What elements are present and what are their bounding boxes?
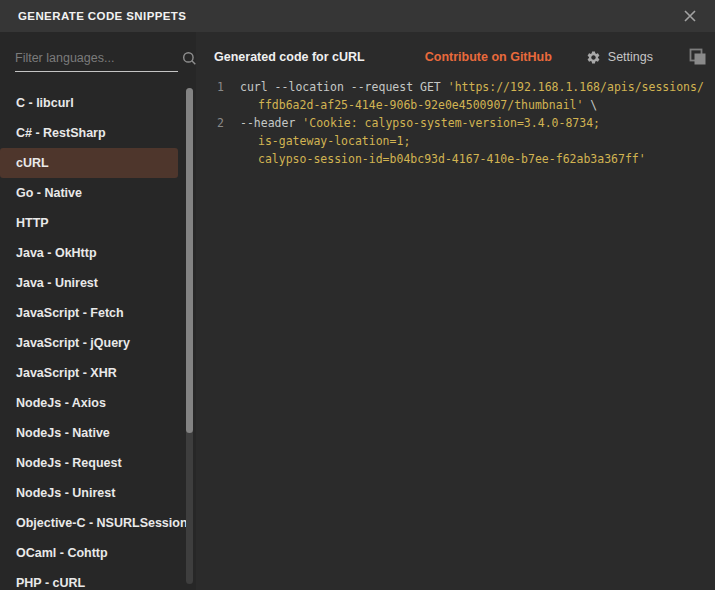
code-text: is-gateway-location=1; [240,132,410,150]
code-text: --header 'Cookie: calypso-system-version… [240,114,600,132]
sidebar-item-javascript-jquery[interactable]: JavaScript - jQuery [0,328,178,358]
sidebar-item-http[interactable]: HTTP [0,208,178,238]
sidebar-item-c-libcurl[interactable]: C - libcurl [0,88,178,118]
code-panel-header: Generated code for cURL Contribute on Gi… [196,32,715,76]
line-number: 2 [196,114,224,132]
code-text: curl --location --request GET 'https://1… [240,78,704,96]
sidebar-item-nodejs-native[interactable]: NodeJs - Native [0,418,178,448]
sidebar-item-nodejs-unirest[interactable]: NodeJs - Unirest [0,478,178,508]
close-icon [683,9,697,23]
line-number: 1 [196,78,224,96]
sidebar-item-go-native[interactable]: Go - Native [0,178,178,208]
code-text: calypso-session-id=b04bc93d-4167-410e-b7… [240,150,646,168]
sidebar-item-objective-c-nsurlsession[interactable]: Objective-C - NSURLSession [0,508,178,538]
sidebar-item-php-curl[interactable]: PHP - cURL [0,568,178,590]
copy-code-button[interactable] [689,48,707,66]
code-row: 2--header 'Cookie: calypso-system-versio… [196,114,715,132]
code-text: ffdb6a2d-af25-414e-906b-92e0e4500907/thu… [240,96,597,114]
sidebar-item-c-restsharp[interactable]: C# - RestSharp [0,118,178,148]
sidebar-item-javascript-fetch[interactable]: JavaScript - Fetch [0,298,178,328]
sidebar-item-curl[interactable]: cURL [0,148,178,178]
settings-label: Settings [608,50,653,64]
code-panel: Generated code for cURL Contribute on Gi… [196,32,715,590]
code-row: calypso-session-id=b04bc93d-4167-410e-b7… [196,150,715,168]
filter-field [15,45,178,72]
code-block: 1curl --location --request GET 'https://… [196,76,715,168]
line-number [196,150,224,168]
sidebar-scrollbar-thumb[interactable] [186,88,193,433]
settings-button[interactable]: Settings [586,50,653,65]
generate-code-snippets-dialog: GENERATE CODE SNIPPETS C - libcur [0,0,715,590]
sidebar-scrollbar-track[interactable] [186,88,193,584]
sidebar-item-ocaml-cohttp[interactable]: OCaml - Cohttp [0,538,178,568]
code-row: ffdb6a2d-af25-414e-906b-92e0e4500907/thu… [196,96,715,114]
line-number [196,132,224,150]
generated-code-title: Generated code for cURL [214,50,425,64]
search-icon [182,51,196,66]
sidebar-item-nodejs-request[interactable]: NodeJs - Request [0,448,178,478]
code-row: is-gateway-location=1; [196,132,715,150]
code-row: 1curl --location --request GET 'https://… [196,78,715,96]
dialog-body: C - libcurlC# - RestSharpcURLGo - Native… [0,32,715,590]
line-number [196,96,224,114]
copy-icon [689,48,707,66]
sidebar-item-java-unirest[interactable]: Java - Unirest [0,268,178,298]
dialog-title: GENERATE CODE SNIPPETS [18,10,186,22]
language-sidebar: C - libcurlC# - RestSharpcURLGo - Native… [0,32,196,590]
contribute-on-github-link[interactable]: Contribute on GitHub [425,50,552,64]
gear-icon [586,50,601,65]
sidebar-item-javascript-xhr[interactable]: JavaScript - XHR [0,358,178,388]
dialog-titlebar: GENERATE CODE SNIPPETS [0,0,715,32]
language-list: C - libcurlC# - RestSharpcURLGo - Native… [0,88,196,590]
sidebar-item-nodejs-axios[interactable]: NodeJs - Axios [0,388,178,418]
filter-languages-input[interactable] [15,51,176,65]
sidebar-item-java-okhttp[interactable]: Java - OkHttp [0,238,178,268]
close-button[interactable] [681,7,699,25]
